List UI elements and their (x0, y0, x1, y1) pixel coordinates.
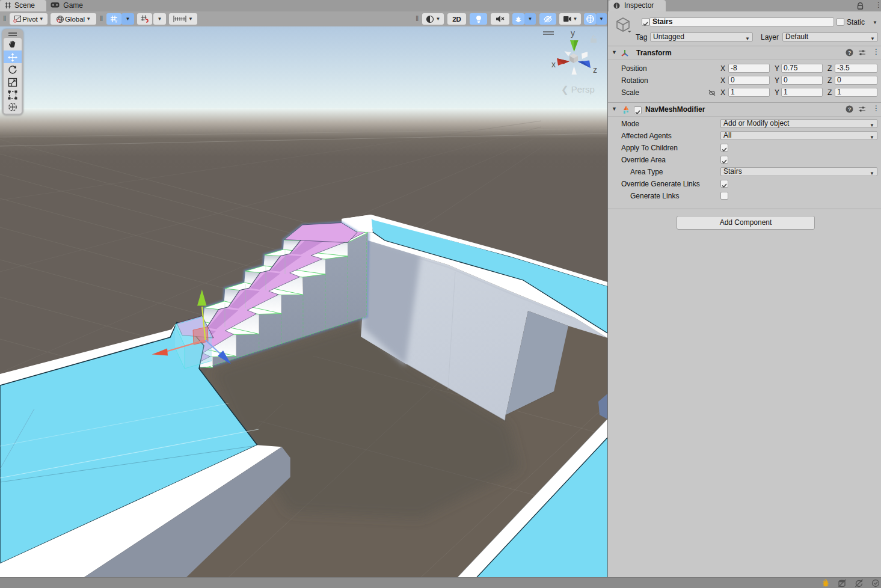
svg-text:z: z (593, 65, 597, 75)
svg-text:?: ? (848, 50, 852, 56)
svg-text:?: ? (848, 106, 852, 112)
svg-text:Y: Y (115, 19, 118, 23)
svg-text:x: x (551, 60, 556, 69)
svg-text:y: y (571, 28, 575, 38)
